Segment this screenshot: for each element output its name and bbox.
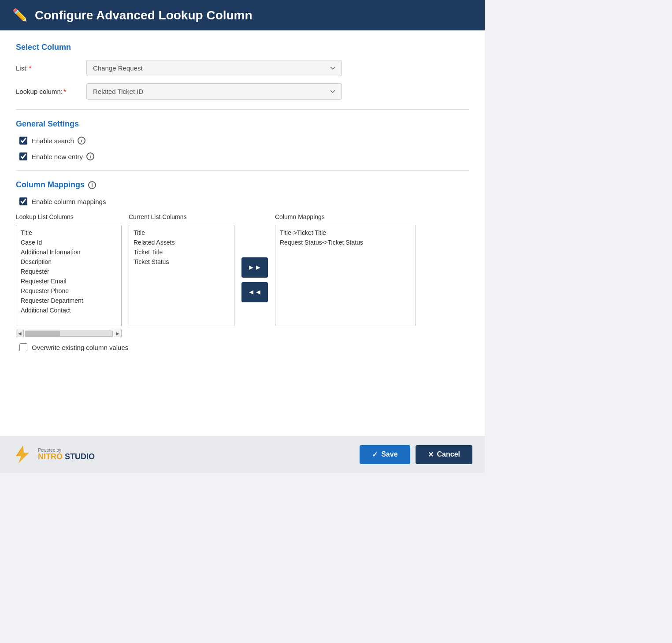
list-label: List:* (16, 64, 86, 72)
list-item[interactable]: Title (18, 228, 119, 238)
general-settings-section-title: General Settings (16, 119, 469, 129)
mapping-arrow-buttons: ►► ◄◄ (241, 213, 268, 302)
mappings-columns-area: Lookup List Columns TitleCase IdAddition… (16, 213, 469, 337)
nitro-text: Powered by NITRO STUDIO (38, 448, 95, 461)
lookup-list-column: Lookup List Columns TitleCase IdAddition… (16, 213, 122, 337)
cancel-button[interactable]: ✕ Cancel (416, 445, 472, 464)
enable-new-entry-row: Enable new entry i (19, 152, 469, 160)
mappings-result-box[interactable]: Title->Ticket TitleRequest Status->Ticke… (275, 225, 416, 326)
check-icon: ✓ (372, 450, 378, 459)
lookup-list-title: Lookup List Columns (16, 213, 122, 220)
nitro-name: NITRO STUDIO (38, 453, 95, 461)
divider-1 (16, 109, 469, 110)
page-footer: Powered by NITRO STUDIO ✓ Save ✕ Cancel (0, 436, 485, 473)
list-item[interactable]: Ticket Title (131, 247, 232, 257)
enable-search-info-icon: i (78, 137, 85, 145)
page-title: Configure Advanced Lookup Column (35, 8, 252, 22)
list-item[interactable]: Requester (18, 267, 119, 276)
lookup-scrollbar: ◀ ▶ (16, 330, 122, 337)
mappings-result-column: Column Mappings Title->Ticket TitleReque… (275, 213, 416, 326)
list-item[interactable]: Ticket Status (131, 257, 232, 267)
scroll-right-arrow[interactable]: ▶ (114, 330, 122, 337)
lookup-column-label: Lookup column:* (16, 88, 86, 95)
list-item[interactable]: Title->Ticket Title (277, 228, 414, 238)
current-list-column: Current List Columns TitleRelated Assets… (129, 213, 234, 326)
nitro-logo-icon (12, 444, 33, 465)
map-forward-button[interactable]: ►► (241, 257, 268, 278)
enable-new-entry-info-icon: i (86, 152, 94, 160)
list-item[interactable]: Title (131, 228, 232, 238)
main-content: Select Column List:* Change Request Look… (0, 30, 485, 436)
column-mappings-section: Column Mappings i Enable column mappings… (16, 180, 469, 351)
list-select[interactable]: Change Request (86, 60, 342, 76)
pencil-icon: ✏️ (12, 8, 28, 22)
list-item[interactable]: Case Id (18, 238, 119, 247)
nitro-logo: Powered by NITRO STUDIO (12, 444, 95, 465)
list-item[interactable]: Additional Information (18, 247, 119, 257)
divider-2 (16, 170, 469, 171)
list-row: List:* Change Request (16, 60, 469, 76)
list-item[interactable]: Requester Department (18, 296, 119, 305)
enable-column-mappings-row: Enable column mappings (19, 197, 469, 205)
list-item[interactable]: Requester Email (18, 276, 119, 286)
column-mappings-info-icon: i (88, 181, 96, 189)
x-icon: ✕ (428, 450, 434, 459)
scroll-track (25, 331, 113, 337)
footer-buttons: ✓ Save ✕ Cancel (360, 445, 472, 464)
enable-new-entry-checkbox[interactable] (19, 152, 27, 160)
svg-marker-1 (18, 446, 28, 463)
enable-column-mappings-checkbox[interactable] (19, 197, 27, 205)
studio-label: STUDIO (65, 452, 95, 461)
current-list-title: Current List Columns (129, 213, 234, 220)
back-icon: ◄◄ (248, 288, 262, 296)
enable-search-row: Enable search i (19, 137, 469, 145)
overwrite-checkbox[interactable] (19, 343, 27, 351)
overwrite-label: Overwrite existing column values (32, 344, 128, 351)
map-back-button[interactable]: ◄◄ (241, 282, 268, 302)
scroll-left-arrow[interactable]: ◀ (16, 330, 24, 337)
overwrite-row: Overwrite existing column values (19, 343, 469, 351)
list-item[interactable]: Additional Contact (18, 305, 119, 315)
list-item[interactable]: Requester Phone (18, 286, 119, 296)
scroll-thumb (25, 331, 60, 336)
nitro-label: NITRO (38, 452, 63, 461)
list-item[interactable]: Request Status->Ticket Status (277, 238, 414, 247)
save-button[interactable]: ✓ Save (360, 445, 410, 464)
select-column-section-title: Select Column (16, 43, 469, 52)
current-list-box[interactable]: TitleRelated AssetsTicket TitleTicket St… (129, 225, 234, 326)
mappings-result-title: Column Mappings (275, 213, 416, 220)
enable-search-checkbox[interactable] (19, 137, 27, 145)
column-mappings-section-title: Column Mappings i (16, 180, 469, 190)
lookup-list-box[interactable]: TitleCase IdAdditional InformationDescri… (16, 225, 122, 326)
list-item[interactable]: Description (18, 257, 119, 267)
enable-new-entry-label: Enable new entry i (32, 152, 94, 160)
list-item[interactable]: Related Assets (131, 238, 232, 247)
forward-icon: ►► (248, 264, 262, 271)
lookup-column-row: Lookup column:* Related Ticket ID (16, 83, 469, 100)
enable-column-mappings-label: Enable column mappings (32, 198, 106, 205)
enable-search-label: Enable search i (32, 137, 85, 145)
lookup-column-select[interactable]: Related Ticket ID (86, 83, 342, 100)
page-header: ✏️ Configure Advanced Lookup Column (0, 0, 485, 30)
